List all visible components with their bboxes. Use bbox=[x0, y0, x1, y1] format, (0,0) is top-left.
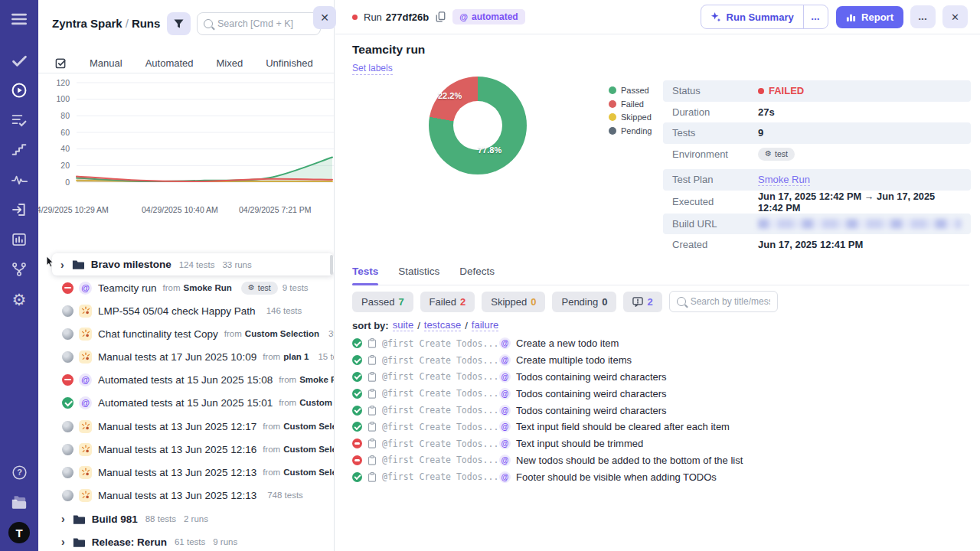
chevron-right-icon[interactable] bbox=[60, 259, 64, 270]
filter-skipped-pill[interactable]: Skipped0 bbox=[482, 292, 545, 312]
help-icon[interactable]: ? bbox=[9, 462, 29, 482]
run-details-table: Status FAILED Duration 27s Tests 9 Envir… bbox=[663, 80, 971, 256]
list-scrollbar[interactable] bbox=[330, 255, 333, 275]
svg-text:120: 120 bbox=[56, 78, 70, 87]
run-name: Teamcity run bbox=[98, 282, 157, 294]
tab-mixed[interactable]: Mixed bbox=[217, 57, 243, 69]
run-list-item[interactable]: Manual tests at 17 Jun 2025 10:09 from p… bbox=[38, 347, 335, 366]
run-plan: Custom Selection bbox=[283, 468, 335, 477]
test-suite: @first Create Todos... bbox=[382, 355, 499, 366]
folder-row[interactable]: Release: Rerun 61 tests 9 runs bbox=[38, 533, 335, 551]
filter-failed-pill[interactable]: Failed2 bbox=[420, 292, 475, 312]
legend-item-pending[interactable]: Pending bbox=[609, 126, 652, 135]
results-donut-chart: 22.2% 77.8% bbox=[429, 77, 527, 174]
sort-by-suite[interactable]: suite bbox=[393, 319, 413, 331]
test-row[interactable]: @first Create Todos... Create multiple t… bbox=[352, 352, 743, 369]
activity-pulse-icon[interactable] bbox=[9, 170, 29, 190]
run-list-item[interactable]: LMP-554 05/04 check Happy Path 146 tests bbox=[38, 302, 335, 320]
clipboard-icon bbox=[368, 472, 377, 482]
automated-run-icon bbox=[79, 396, 92, 409]
automated-test-icon bbox=[499, 471, 511, 483]
tests-search-input[interactable] bbox=[691, 296, 770, 307]
legend-item-passed[interactable]: Passed bbox=[609, 86, 652, 95]
reports-bar-chart-icon[interactable] bbox=[9, 230, 29, 249]
tab-defects[interactable]: Defects bbox=[459, 266, 495, 277]
run-summary-button[interactable]: Run Summary bbox=[701, 5, 803, 28]
sort-by-failure[interactable]: failure bbox=[472, 319, 498, 331]
test-row[interactable]: @first Create Todos... New todos should … bbox=[352, 452, 743, 469]
folder-row[interactable]: Build 981 88 tests 2 runs bbox=[38, 510, 335, 528]
test-suite: @first Create Todos... bbox=[382, 405, 499, 416]
breadcrumb-project[interactable]: Zyntra Spark bbox=[52, 17, 122, 30]
donut-passed-label: 77.8% bbox=[478, 145, 501, 155]
test-row[interactable]: @first Create Todos... Todos containing … bbox=[352, 402, 743, 419]
test-suite: @first Create Todos... bbox=[382, 371, 499, 382]
filter-passed-pill[interactable]: Passed7 bbox=[352, 292, 413, 312]
app-logo[interactable] bbox=[8, 522, 30, 543]
run-list-item[interactable]: Automated tests at 15 Jun 2025 15:08 fro… bbox=[38, 370, 335, 389]
tab-manual[interactable]: Manual bbox=[90, 57, 122, 69]
tab-tests[interactable]: Tests bbox=[352, 266, 378, 277]
run-list-item[interactable]: Manual tests at 13 Jun 2025 12:16 from C… bbox=[38, 440, 335, 458]
run-list-item[interactable]: Manual tests at 13 Jun 2025 12:13 748 te… bbox=[38, 486, 335, 504]
test-status-icon bbox=[352, 355, 362, 365]
chevron-right-icon[interactable] bbox=[61, 536, 65, 547]
manual-run-icon bbox=[79, 420, 92, 433]
run-list-item[interactable]: Automated tests at 15 Jun 2025 15:01 fro… bbox=[38, 393, 335, 412]
run-status-icon bbox=[62, 351, 74, 363]
x-axis-label: 04/29/2025 7:21 PM bbox=[239, 205, 312, 214]
run-title: Teamcity run bbox=[352, 43, 425, 57]
tab-automated[interactable]: Automated bbox=[145, 57, 194, 69]
copy-icon[interactable] bbox=[436, 11, 446, 22]
test-row[interactable]: @first Create Todos... Text input field … bbox=[352, 419, 743, 435]
run-list-item[interactable]: Manual tests at 13 Jun 2025 12:17 from C… bbox=[38, 417, 335, 435]
tests-list: @first Create Todos... Create a new todo… bbox=[352, 335, 743, 485]
settings-gear-icon[interactable]: ⚙ bbox=[9, 289, 29, 309]
automated-test-icon bbox=[499, 438, 511, 449]
projects-folder-icon[interactable] bbox=[9, 492, 29, 512]
run-status-icon bbox=[62, 374, 74, 386]
test-plan-link[interactable]: Smoke Run bbox=[758, 174, 810, 186]
folder-row[interactable]: Bravo milestone 124 tests 33 runs bbox=[52, 253, 334, 276]
tests-check-icon[interactable] bbox=[9, 51, 29, 70]
filter-button[interactable] bbox=[167, 12, 191, 35]
test-row[interactable]: @first Create Todos... Footer should be … bbox=[352, 468, 743, 485]
run-label: Run bbox=[364, 11, 382, 23]
test-row[interactable]: @first Create Todos... Create a new todo… bbox=[352, 335, 743, 352]
report-button[interactable]: Report bbox=[836, 6, 903, 28]
more-actions-button[interactable] bbox=[910, 5, 936, 28]
test-plans-icon[interactable] bbox=[9, 110, 29, 130]
runs-search-input[interactable] bbox=[217, 18, 314, 29]
test-row[interactable]: @first Create Todos... Text input should… bbox=[352, 435, 743, 452]
runs-play-icon[interactable] bbox=[9, 80, 29, 100]
folder-icon bbox=[73, 514, 85, 524]
sort-by-testcase[interactable]: testcase bbox=[424, 319, 461, 331]
close-run-button[interactable] bbox=[942, 5, 968, 28]
filter-pending-pill[interactable]: Pending0 bbox=[552, 292, 616, 312]
status-value: FAILED bbox=[758, 85, 804, 96]
run-list-item[interactable]: Manual tests at 13 Jun 2025 12:13 from C… bbox=[38, 463, 335, 481]
legend-item-failed[interactable]: Failed bbox=[609, 99, 652, 109]
milestones-steps-icon[interactable] bbox=[9, 140, 29, 160]
chevron-right-icon[interactable] bbox=[61, 514, 65, 524]
manual-run-icon bbox=[79, 350, 92, 364]
sign-in-icon[interactable] bbox=[9, 200, 29, 220]
run-summary-more-button[interactable] bbox=[803, 5, 828, 28]
run-list-item[interactable]: Chat functinality test Copy from Custom … bbox=[38, 324, 335, 343]
set-labels-link[interactable]: Set labels bbox=[352, 63, 393, 75]
test-row[interactable]: @first Create Todos... Todos containing … bbox=[352, 385, 743, 402]
legend-item-skipped[interactable]: Skipped bbox=[609, 112, 652, 122]
close-panel-button[interactable] bbox=[313, 6, 336, 29]
run-plan: Custom Selection bbox=[245, 329, 319, 338]
tab-unfinished[interactable]: Unfinished bbox=[266, 57, 312, 69]
run-list-item[interactable]: Teamcity run from Smoke Run test 9 tests bbox=[38, 279, 335, 297]
test-row[interactable]: @first Create Todos... Todos containing … bbox=[352, 369, 743, 386]
manual-run-icon bbox=[79, 328, 92, 341]
branches-icon[interactable] bbox=[9, 259, 29, 279]
tab-statistics[interactable]: Statistics bbox=[398, 266, 439, 277]
filter-comments-pill[interactable]: 2 bbox=[623, 292, 662, 312]
run-name: Manual tests at 13 Jun 2025 12:16 bbox=[98, 444, 256, 455]
menu-icon[interactable] bbox=[9, 9, 29, 29]
svg-text:20: 20 bbox=[60, 161, 70, 170]
select-runs-icon[interactable] bbox=[55, 57, 67, 69]
